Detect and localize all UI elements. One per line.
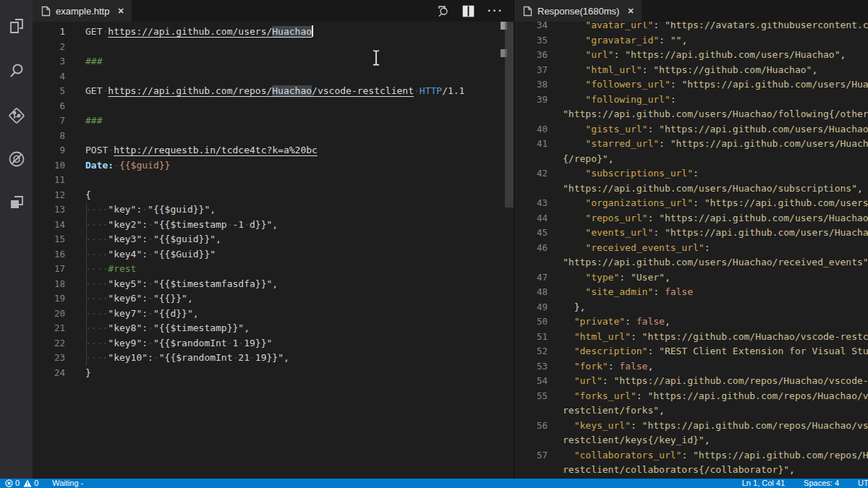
code-token: Huachao xyxy=(272,26,312,37)
code-token: : xyxy=(603,375,614,386)
code-text: ····"key10":·"{{$randomInt·21·19}}", xyxy=(65,351,289,366)
code-token: ···· xyxy=(85,263,108,274)
tab-response[interactable]: Response(1680ms) ✕ xyxy=(514,0,642,22)
sidebar-item-search[interactable] xyxy=(0,53,33,88)
code-text: ····"key5":·"{{$timestamfasdfa}}", xyxy=(65,277,278,292)
code-token: · xyxy=(148,338,153,348)
line-number xyxy=(514,433,548,448)
code-token: , xyxy=(608,153,614,164)
search-icon xyxy=(7,61,26,80)
code-token xyxy=(563,286,585,297)
code-line: 37 "html_url": "https://github.com/Huach… xyxy=(514,63,868,78)
code-line: 18····"key5":·"{{$timestamfasdfa}}", xyxy=(33,277,514,292)
code-token: "{{$timestamp}}", xyxy=(153,322,250,333)
code-text: "type": "User", xyxy=(548,270,671,286)
code-token: : xyxy=(671,94,676,105)
code-token: HTTP xyxy=(420,85,442,96)
line-number: 42 xyxy=(514,166,548,181)
code-token: "site_admin" xyxy=(585,286,653,297)
code-token xyxy=(563,375,574,386)
code-line: 57 "collaborators_url": "https://api.git… xyxy=(514,448,868,463)
code-line: 10Date:·{{$guid}} xyxy=(33,158,514,174)
code-token xyxy=(563,331,574,342)
tab-label: example.http xyxy=(56,6,109,17)
code-token: : xyxy=(637,390,648,401)
code-token: : xyxy=(608,361,620,372)
code-token: "https://avatars.githubusercontent.com/u… xyxy=(665,22,868,30)
code-token: "https://api.github.com/repos/Huachao/vs… xyxy=(642,420,868,431)
code-token: "https://github.com/Huachao/vscode-restc… xyxy=(642,331,868,342)
code-token: : xyxy=(631,331,642,342)
code-text: "html_url": "https://github.com/Huachao/… xyxy=(548,330,868,345)
code-text: "site_admin": false xyxy=(548,285,693,300)
code-token: : xyxy=(681,450,693,461)
code-line: 54 "url": "https://api.github.com/repos/… xyxy=(514,374,868,389)
code-token: : xyxy=(653,286,665,297)
code-line: restclient/keys{/key_id}", xyxy=(514,433,868,448)
line-number: 41 xyxy=(514,137,548,152)
line-number: 44 xyxy=(514,211,548,226)
code-token xyxy=(563,124,585,134)
code-line: 9POST·http://requestb.in/tcdce4tc?k=a%20… xyxy=(33,143,514,158)
code-text: "html_url": "https://github.com/Huachao"… xyxy=(548,63,817,78)
code-token: · xyxy=(148,278,153,289)
code-text: GET·https://api.github.com/repos/Huachao… xyxy=(65,84,464,99)
code-token: · xyxy=(153,352,159,363)
editor-right[interactable]: 34 "avatar_url": "https://avatars.github… xyxy=(514,22,868,479)
code-token: · xyxy=(148,249,153,260)
code-token: restclient/keys{/key_id}" xyxy=(563,435,705,445)
line-number: 56 xyxy=(514,419,548,434)
code-line: 47 "type": "User", xyxy=(514,270,868,286)
code-line: 50 "private": false, xyxy=(514,314,868,330)
code-token: · xyxy=(142,204,148,215)
code-token: · xyxy=(148,322,153,333)
line-number: 9 xyxy=(33,143,65,158)
close-icon[interactable]: ✕ xyxy=(117,7,124,16)
more-actions-icon[interactable]: ··· xyxy=(488,4,503,17)
code-line: 3### xyxy=(33,54,514,69)
problems-warnings[interactable]: 0 xyxy=(23,479,38,488)
code-token: , xyxy=(789,464,795,475)
code-token: ···· xyxy=(85,352,108,363)
code-token: "https://api.github.com/users/Huachao/fo… xyxy=(681,79,868,90)
code-line: 12{ xyxy=(33,188,514,203)
scrollbar-slider[interactable] xyxy=(505,22,514,207)
code-token: {/repo}" xyxy=(563,153,608,164)
tab-example-http[interactable]: example.http ✕ xyxy=(33,0,132,22)
code-text: "followers_url": "https://api.github.com… xyxy=(548,77,868,93)
editor-left[interactable]: 1GET·https://api.github.com/users/Huacha… xyxy=(33,22,514,479)
sidebar-item-debug[interactable] xyxy=(0,142,33,176)
sidebar-item-explorer[interactable] xyxy=(0,9,33,43)
left-editor-scrollbar[interactable] xyxy=(505,22,514,479)
code-token: "https://api.github.com/repos/Huachao/vs… xyxy=(647,390,868,401)
code-token: "https://api.github.com/repos/Huachao/vs… xyxy=(693,450,868,461)
code-token xyxy=(563,22,585,30)
code-token: : xyxy=(671,79,682,90)
cursor-position[interactable]: Ln 1, Col 41 xyxy=(742,479,785,488)
code-line: 15····"key3":·"{{$guid}}", xyxy=(33,232,514,247)
sidebar-item-extensions[interactable] xyxy=(0,185,33,220)
code-line: 45 "events_url": "https://api.github.com… xyxy=(514,226,868,241)
code-text: "url": "https://api.github.com/users/Hua… xyxy=(548,48,846,63)
code-line: 6 xyxy=(33,99,514,114)
code-token: "https://api.github.com/users/Huachao/re… xyxy=(563,257,868,267)
problems-errors[interactable]: 0 xyxy=(5,479,20,488)
code-token: "following_url" xyxy=(585,94,670,105)
encoding-indicator[interactable]: UTF-8 xyxy=(858,479,868,488)
indentation-indicator[interactable]: Spaces: 4 xyxy=(804,479,839,488)
line-number: 15 xyxy=(33,232,65,247)
code-token: : xyxy=(647,213,659,223)
code-token: Date: xyxy=(85,160,114,171)
close-icon[interactable]: ✕ xyxy=(627,7,634,16)
code-text: "starred_url": "https://api.github.com/u… xyxy=(548,137,868,152)
split-editor-icon[interactable] xyxy=(462,5,475,17)
code-text: { xyxy=(65,188,91,203)
open-preview-icon[interactable] xyxy=(437,5,449,17)
code-token: -1 xyxy=(233,219,244,230)
sidebar-item-source-control[interactable] xyxy=(0,98,33,133)
code-line: 53 "fork": false, xyxy=(514,359,868,374)
file-icon xyxy=(523,6,532,17)
code-token xyxy=(563,242,585,253)
code-token: }, xyxy=(563,301,585,312)
code-token: , xyxy=(681,35,687,46)
